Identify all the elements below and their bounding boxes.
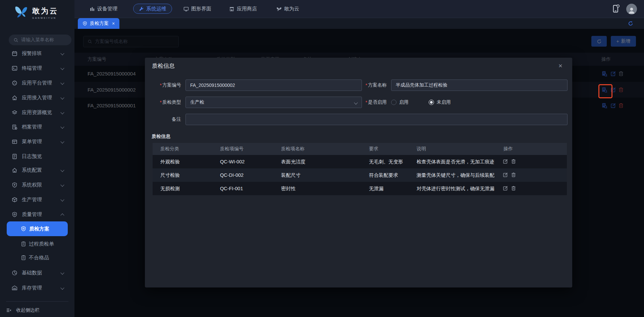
sidebar-item-system-permission[interactable]: 系统权限 (0, 179, 74, 191)
calendar-icon (11, 50, 17, 56)
chevron-down-icon (60, 183, 64, 187)
home-icon (11, 167, 17, 173)
delete-icon[interactable] (511, 159, 517, 164)
chevron-down-icon (60, 66, 64, 70)
enabled-label: 是否启用 (333, 97, 387, 108)
inspection-items-section-title: 质检信息 (152, 134, 170, 140)
sidebar-item-terminal-mgmt[interactable]: 终端管理 (0, 62, 74, 74)
inspection-items-table: 质检分类 质检项编号 质检项名称 要求 说明 操作 外观检验 QC-WI-002… (153, 143, 567, 195)
sidebar-item-production-mgmt[interactable]: 生产管理 (0, 194, 74, 206)
sidebar-item-process-inspection[interactable]: 过程质检单 (0, 238, 74, 250)
sidebar-item-system-config[interactable]: 系统配置 (0, 164, 74, 176)
sidebar-search-placeholder: 请输入菜单名称 (21, 37, 54, 43)
shield-icon (11, 211, 17, 217)
tab-quality-plan[interactable]: 质检方案 × (78, 18, 119, 29)
archive-icon (11, 124, 17, 130)
top-navigation: 设备管理 系统运维 图形界面 应用商店 敢为云 (74, 0, 644, 18)
sidebar-item-alarm-schedule[interactable]: 报警排班 (0, 47, 74, 59)
sidebar-item-app-platform[interactable]: 应用平台管理 (0, 77, 74, 89)
nav-item-ganweiyun[interactable]: 敢为云 (276, 0, 299, 18)
monitor-icon (183, 6, 189, 12)
search-icon (13, 38, 18, 43)
close-icon[interactable]: × (558, 62, 562, 69)
shield-icon (83, 21, 87, 26)
chevron-down-icon (60, 271, 64, 274)
quality-info-modal: 质检信息 × 方案编号 FA_20250915000002 方案名称 半成品壳体… (145, 58, 572, 287)
sidebar-item-app-resources[interactable]: 应用资源概览 (0, 106, 74, 118)
log-icon (11, 153, 17, 159)
plan-name-input[interactable]: 半成品壳体加工过程检验 (391, 80, 568, 91)
chevron-down-icon (60, 140, 64, 143)
column-header: 质检项编号 (220, 143, 244, 155)
chevron-down-icon (60, 110, 64, 114)
table-row: 无损检测 QC-FI-001 密封性 无泄漏 对壳体进行密封性测试，确保无泄漏 (153, 182, 567, 195)
inspection-table-header: 质检分类 质检项编号 质检项名称 要求 说明 操作 (153, 143, 567, 155)
chevron-down-icon (60, 125, 64, 128)
collapse-sidebar-icon (6, 308, 11, 313)
brand-logo: 敢为云 GANWEIYUN (13, 5, 58, 19)
sidebar-item-menu-mgmt[interactable]: 菜单管理 (0, 136, 74, 148)
disabled-radio-group: 未启用 (429, 97, 451, 108)
sidebar-item-inventory-mgmt[interactable]: 库存管理 (0, 282, 74, 294)
remark-input[interactable] (185, 114, 568, 125)
sidebar-divider (6, 301, 68, 302)
chevron-down-icon (60, 51, 64, 55)
pie-icon (11, 270, 17, 276)
brand-subtitle: GANWEIYUN (32, 17, 58, 19)
modal-title: 质检信息 (152, 62, 175, 70)
nav-item-device-mgmt[interactable]: 设备管理 (90, 0, 117, 18)
collapse-sidebar-button[interactable]: 收起侧边栏 (0, 304, 74, 317)
plan-name-label: 方案名称 (333, 80, 387, 91)
remark-label: 备注 (145, 114, 181, 125)
avatar[interactable] (626, 4, 637, 14)
grid-icon (11, 139, 17, 145)
tab-close-icon[interactable]: × (112, 21, 115, 26)
sidebar-item-quality-mgmt[interactable]: 质量管理 (0, 208, 74, 220)
sidebar-item-log-preview[interactable]: 日志预览 (0, 150, 74, 162)
phone-icon[interactable] (611, 4, 620, 13)
sidebar-item-app-access[interactable]: 应用接入管理 (0, 92, 74, 104)
sidebar-menu-search-input[interactable]: 请输入菜单名称 (9, 35, 71, 45)
sidebar-item-defective-products[interactable]: 不合格品 (0, 252, 74, 264)
device-bars-icon (90, 6, 95, 12)
nav-item-app-store[interactable]: 应用商店 (229, 0, 257, 18)
inspection-type-label: 质检类型 (145, 97, 181, 108)
column-header: 说明 (417, 143, 426, 155)
radio-enabled[interactable] (391, 100, 396, 105)
edit-icon[interactable] (503, 172, 508, 178)
sidebar-item-quality-plan-active[interactable]: 质检方案 (7, 221, 68, 236)
home-icon (11, 95, 17, 101)
edit-icon[interactable] (503, 186, 508, 191)
table-row: 外观检验 QC-WI-002 表面光洁度 无毛刺、无变形 检查壳体表面是否光滑，… (153, 155, 567, 168)
shield-key-icon (11, 182, 17, 188)
table-row: 尺寸检验 QC-DI-002 装配尺寸 符合装配要求 测量壳体关键尺寸，确保与后… (153, 168, 567, 182)
brand-name: 敢为云 (32, 6, 58, 16)
sidebar: 敢为云 GANWEIYUN 请输入菜单名称 报警排班 终端管理 应用平台管理 应… (0, 0, 74, 317)
action-highlight-box (598, 84, 612, 98)
tab-bar: 质检方案 × (74, 18, 644, 29)
enabled-radio-group: 启用 (391, 97, 409, 108)
chevron-down-icon (60, 168, 64, 172)
layers-icon (11, 109, 17, 115)
platform-icon (11, 80, 17, 86)
clipboard-icon (21, 255, 26, 260)
refresh-icon[interactable] (628, 21, 633, 26)
butterfly-icon (13, 5, 29, 19)
column-header: 质检分类 (160, 143, 179, 155)
shield-icon (21, 226, 26, 231)
clipboard-icon (21, 241, 26, 247)
column-header: 要求 (369, 143, 378, 155)
nav-item-system-ops-active[interactable]: 系统运维 (133, 4, 172, 14)
store-icon (229, 6, 234, 12)
sidebar-item-archive-mgmt[interactable]: 档案管理 (0, 121, 74, 133)
warehouse-icon (11, 285, 17, 291)
chevron-up-icon (60, 213, 64, 217)
edit-icon[interactable] (503, 159, 508, 164)
delete-icon[interactable] (511, 186, 517, 191)
wrench-icon (139, 6, 144, 11)
delete-icon[interactable] (511, 172, 517, 178)
sidebar-item-base-data[interactable]: 基础数据 (0, 267, 74, 279)
terminal-icon (11, 65, 17, 71)
nav-item-graphic-ui[interactable]: 图形界面 (183, 0, 211, 18)
radio-disabled-selected[interactable] (429, 100, 434, 105)
